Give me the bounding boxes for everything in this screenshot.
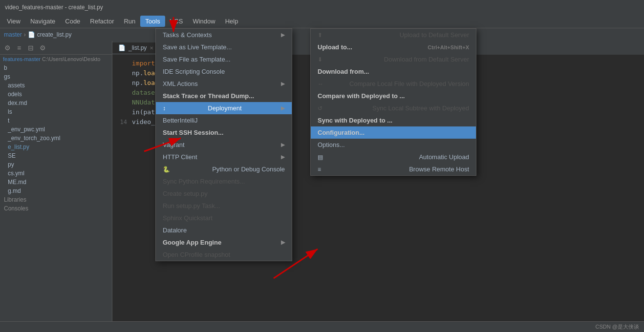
upload-default-item: ⬆ Upload to Default Server: [311, 29, 476, 41]
line-num: [112, 78, 132, 88]
breadcrumb-master[interactable]: master: [4, 31, 22, 38]
tasks-contexts-item[interactable]: Tasks & Contexts ▶: [156, 29, 292, 41]
python-console-label: Python or Debug Console: [212, 166, 285, 173]
stack-trace-item[interactable]: Stack Trace or Thread Dump...: [156, 90, 292, 102]
ide-scripting-label: IDE Scripting Console: [163, 68, 225, 75]
tab-close-icon[interactable]: ✕: [150, 45, 153, 51]
browse-remote-icon: ≡: [318, 166, 321, 173]
http-client-label: HTTP Client: [163, 153, 197, 161]
compare-with-item[interactable]: Compare with Deployed to ...: [311, 90, 476, 102]
deployment-label: Deployment: [208, 104, 241, 112]
google-app-engine-item[interactable]: Google App Engine ▶: [156, 236, 292, 249]
tools-dropdown[interactable]: Tasks & Contexts ▶ Save as Live Template…: [155, 28, 292, 261]
ide-scripting-item[interactable]: IDE Scripting Console: [156, 65, 292, 78]
xml-actions-item[interactable]: XML Actions ▶: [156, 78, 292, 90]
status-bar: CSDN @是大侠谈: [0, 321, 644, 332]
sidebar-item-env-pwc[interactable]: _env_pwc.yml: [0, 125, 112, 134]
python-console-item[interactable]: 🐍 Python or Debug Console: [156, 163, 292, 175]
menu-bar: View Navigate Code Refactor Run Tools VC…: [0, 15, 644, 28]
menu-navigate[interactable]: Navigate: [25, 16, 60, 27]
title-bar: video_features-master - create_list.py: [0, 0, 644, 15]
menu-view[interactable]: View: [2, 16, 25, 27]
sidebar-item-b[interactable]: b: [0, 63, 112, 72]
menu-window[interactable]: Window: [188, 16, 220, 27]
compare-local-label: Compare Local File with Deployed Version: [349, 80, 469, 87]
better-intellij-item[interactable]: BetterIntelliJ: [156, 114, 292, 126]
title-text: video_features-master - create_list.py: [5, 4, 103, 11]
ssh-session-item[interactable]: Start SSH Session...: [156, 126, 292, 139]
sidebar-item-t[interactable]: t: [0, 116, 112, 125]
http-arrow: ▶: [281, 154, 285, 160]
gear-icon[interactable]: ⚙: [38, 43, 47, 52]
line-num: [112, 68, 132, 78]
sidebar-item-consoles[interactable]: Consoles: [0, 204, 112, 213]
split-icon[interactable]: ⊟: [26, 43, 35, 52]
save-file-template-item[interactable]: Save File as Template...: [156, 53, 292, 65]
sidebar-item-gmd[interactable]: g.md: [0, 187, 112, 195]
breadcrumb-sep: ›: [24, 31, 26, 38]
line-num: [112, 107, 132, 117]
sidebar-item-py[interactable]: py: [0, 160, 112, 169]
deployment-dropdown[interactable]: ⬆ Upload to Default Server Upload to... …: [310, 28, 476, 176]
create-setup-label: Create setup.py: [163, 190, 208, 197]
xml-actions-label: XML Actions: [163, 80, 198, 87]
save-live-template-item[interactable]: Save as Live Template...: [156, 41, 292, 53]
sync-local-label: Sync Local Subtree with Deployed: [372, 104, 469, 112]
sync-with-item[interactable]: Sync with Deployed to ...: [311, 114, 476, 126]
sidebar-item-ls[interactable]: ls: [0, 107, 112, 116]
align-icon[interactable]: ≡: [15, 43, 23, 52]
menu-run[interactable]: Run: [119, 16, 140, 27]
sync-python-item: Sync Python Requirements...: [156, 175, 292, 187]
menu-code[interactable]: Code: [60, 16, 85, 27]
menu-help[interactable]: Help: [220, 16, 243, 27]
compare-with-label: Compare with Deployed to ...: [318, 92, 405, 100]
deployment-icon-prefix: ↕: [163, 105, 166, 112]
line-num: [112, 88, 132, 98]
configuration-item[interactable]: Configuration...: [311, 126, 476, 139]
upload-to-label: Upload to...: [318, 43, 352, 51]
sidebar-path: features-master C:\Users\Lenovo\Deskto: [0, 55, 112, 63]
sidebar-item-odels[interactable]: odels: [0, 90, 112, 99]
sidebar-item-libraries[interactable]: Libraries: [0, 195, 112, 204]
ssh-session-label: Start SSH Session...: [163, 129, 223, 136]
run-setup-label: Run setup.py Task...: [163, 202, 220, 209]
browse-remote-label: Browse Remote Host: [409, 166, 469, 173]
options-item[interactable]: Options...: [311, 139, 476, 151]
deployment-item[interactable]: ↕ Deployment ▶: [156, 102, 292, 114]
upload-to-item[interactable]: Upload to... Ctrl+Alt+Shift+X: [311, 41, 476, 53]
tab-create-list[interactable]: 📄 _list.py ✕: [112, 42, 160, 53]
google-app-label: Google App Engine: [163, 239, 221, 246]
menu-refactor[interactable]: Refactor: [85, 16, 119, 27]
sidebar-item-se[interactable]: SE: [0, 151, 112, 160]
sidebar-item-gs[interactable]: gs: [0, 72, 112, 81]
stack-trace-label: Stack Trace or Thread Dump...: [163, 92, 254, 100]
browse-remote-item[interactable]: ≡ Browse Remote Host: [311, 163, 476, 175]
sidebar-item-env-torch[interactable]: _env_torch_zoo.yml: [0, 134, 112, 143]
sidebar-item-assets[interactable]: assets: [0, 81, 112, 90]
vagrant-item[interactable]: Vagrant ▶: [156, 139, 292, 151]
settings-icon[interactable]: ⚙: [3, 43, 12, 52]
sidebar-item-memd[interactable]: ME.md: [0, 178, 112, 187]
download-from-item[interactable]: Download from...: [311, 65, 476, 78]
http-client-item[interactable]: HTTP Client ▶: [156, 151, 292, 163]
menu-tools[interactable]: Tools: [140, 16, 165, 27]
sync-local-item: ↺ Sync Local Subtree with Deployed: [311, 102, 476, 114]
vagrant-arrow: ▶: [281, 142, 285, 148]
python-icon: 🐍: [163, 166, 170, 173]
download-default-label: Download from Default Server: [384, 56, 469, 63]
datalore-item[interactable]: Datalore: [156, 224, 292, 236]
tasks-arrow: ▶: [281, 32, 285, 38]
menu-vcs[interactable]: VCS: [165, 16, 188, 27]
automatic-upload-item[interactable]: ▤ Automatic Upload: [311, 151, 476, 163]
cprofile-item: Open CProfile snapshot: [156, 249, 292, 261]
cprofile-label: Open CProfile snapshot: [163, 251, 230, 258]
breadcrumb-file: 📄 create_list.py: [28, 31, 72, 38]
automatic-upload-icon: ▤: [318, 154, 323, 161]
better-intellij-label: BetterIntelliJ: [163, 117, 198, 124]
sidebar-item-create-list[interactable]: e_list.py: [0, 143, 112, 151]
compare-local-icon: ↔: [318, 81, 323, 87]
sidebar-item-dexmd[interactable]: dex.md: [0, 99, 112, 107]
sidebar-toolbar: ⚙ ≡ ⊟ ⚙: [0, 41, 112, 55]
line-num: [112, 59, 132, 68]
sidebar-item-csyml[interactable]: cs.yml: [0, 169, 112, 178]
